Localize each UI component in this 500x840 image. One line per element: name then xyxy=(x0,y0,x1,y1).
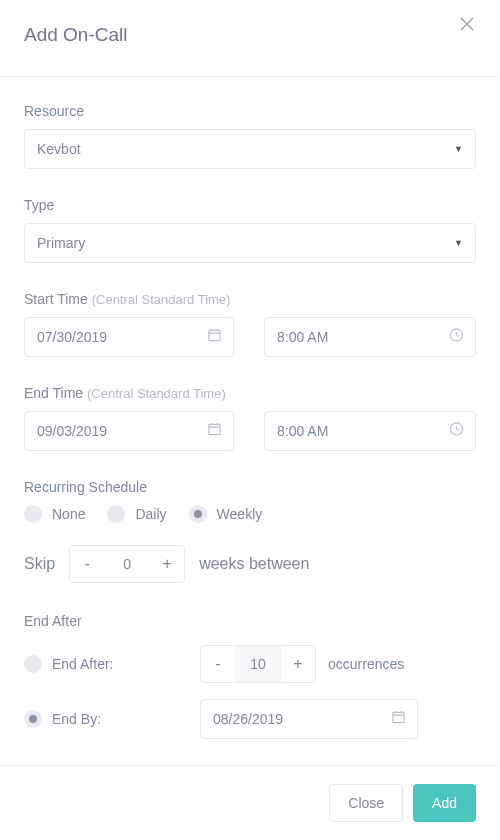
chevron-down-icon: ▼ xyxy=(454,238,463,248)
radio-icon xyxy=(24,655,42,673)
end-after-section-label: End After xyxy=(24,613,476,629)
end-by-date-input[interactable] xyxy=(200,699,418,739)
skip-decrement-button[interactable]: - xyxy=(70,546,104,582)
end-after-radio[interactable]: End After: xyxy=(24,655,113,673)
radio-icon xyxy=(24,710,42,728)
start-tz-suffix: (Central Standard Time) xyxy=(92,292,231,307)
recurring-daily-radio[interactable]: Daily xyxy=(107,505,166,523)
end-by-radio[interactable]: End By: xyxy=(24,710,101,728)
type-select[interactable]: Primary ▼ xyxy=(24,223,476,263)
skip-label: Skip xyxy=(24,555,55,573)
start-date-input[interactable] xyxy=(24,317,234,357)
radio-icon xyxy=(189,505,207,523)
start-time-input[interactable] xyxy=(264,317,476,357)
skip-suffix: weeks between xyxy=(199,555,309,573)
occurrences-value: 10 xyxy=(235,646,281,682)
occurrences-label: occurrences xyxy=(328,656,404,672)
modal-title: Add On-Call xyxy=(24,24,128,46)
type-label: Type xyxy=(24,197,476,213)
radio-icon xyxy=(24,505,42,523)
end-time-label: End Time (Central Standard Time) xyxy=(24,385,476,401)
add-button[interactable]: Add xyxy=(413,784,476,822)
close-button[interactable]: Close xyxy=(329,784,403,822)
skip-value: 0 xyxy=(104,546,150,582)
end-time-input[interactable] xyxy=(264,411,476,451)
end-tz-suffix: (Central Standard Time) xyxy=(87,386,226,401)
end-date-input[interactable] xyxy=(24,411,234,451)
resource-select[interactable]: Kevbot ▼ xyxy=(24,129,476,169)
close-icon[interactable] xyxy=(458,14,476,36)
recurring-weekly-radio[interactable]: Weekly xyxy=(189,505,263,523)
occurrences-stepper: - 10 + xyxy=(200,645,316,683)
radio-icon xyxy=(107,505,125,523)
chevron-down-icon: ▼ xyxy=(454,144,463,154)
resource-label: Resource xyxy=(24,103,476,119)
resource-value: Kevbot xyxy=(37,141,81,157)
occurrences-decrement-button[interactable]: - xyxy=(201,646,235,682)
skip-stepper: - 0 + xyxy=(69,545,185,583)
recurring-none-radio[interactable]: None xyxy=(24,505,85,523)
occurrences-increment-button[interactable]: + xyxy=(281,646,315,682)
type-value: Primary xyxy=(37,235,85,251)
recurring-label: Recurring Schedule xyxy=(24,479,476,495)
skip-increment-button[interactable]: + xyxy=(150,546,184,582)
start-time-label: Start Time (Central Standard Time) xyxy=(24,291,476,307)
